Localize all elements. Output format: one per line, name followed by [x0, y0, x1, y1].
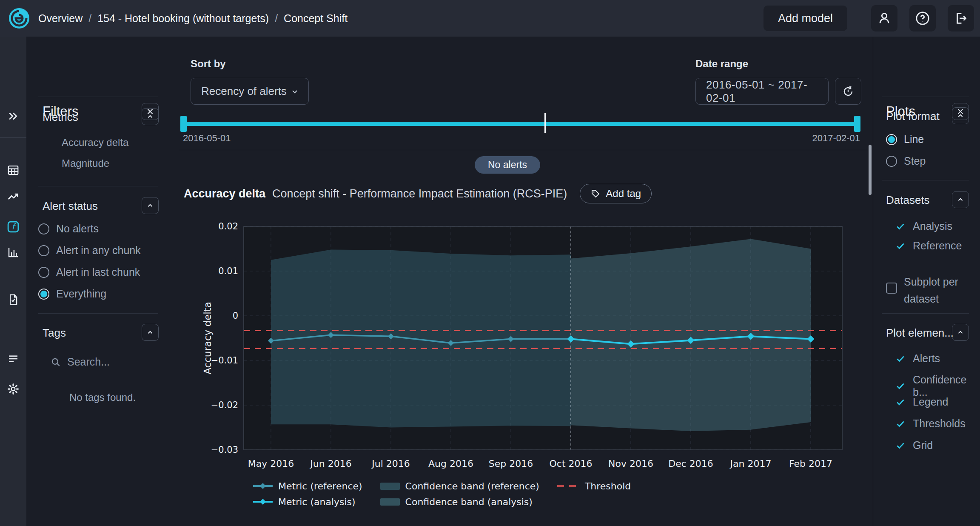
- scrollbar-thumb[interactable]: [869, 145, 872, 195]
- metric-item-magnitude[interactable]: Magnitude: [62, 157, 109, 169]
- dataset-check-analysis[interactable]: Analysis: [895, 220, 952, 232]
- gear-icon: [7, 383, 20, 395]
- nav-logs[interactable]: [5, 350, 22, 367]
- legend-metric-analysis[interactable]: Metric (analysis): [253, 496, 362, 508]
- divider: [38, 97, 158, 97]
- user-icon: [877, 11, 892, 26]
- svg-text:Accuracy delta: Accuracy delta: [202, 302, 213, 374]
- alert-status-section-title: Alert status: [43, 200, 98, 213]
- plot-header: Accuracy delta Concept shift - Performan…: [184, 183, 652, 204]
- radio-option-no-alerts[interactable]: No alerts: [38, 223, 99, 235]
- checkmark-icon: [895, 221, 906, 232]
- nav-settings[interactable]: [5, 380, 22, 397]
- user-profile-button[interactable]: [871, 5, 897, 31]
- legend-threshold[interactable]: Threshold: [557, 480, 631, 492]
- svg-text:Nov 2016: Nov 2016: [608, 458, 653, 469]
- element-check-confidence-band[interactable]: Confidence b...: [895, 374, 980, 398]
- nav-rail: f: [0, 37, 26, 526]
- chevron-up-icon: [956, 328, 965, 337]
- metric-chart-container[interactable]: 0.020.010−0.01−0.02−0.03May 2016Jun 2016…: [182, 209, 863, 469]
- element-check-alerts[interactable]: Alerts: [895, 352, 940, 365]
- sidebar-expand-button[interactable]: [5, 108, 22, 125]
- svg-text:Jan 2017: Jan 2017: [729, 458, 772, 469]
- band-reference-swatch-icon: [380, 483, 400, 490]
- date-slider-left-handle[interactable]: [180, 116, 187, 132]
- tags-search-input[interactable]: [67, 356, 152, 368]
- radio-option-everything-selected[interactable]: Everything: [38, 288, 106, 300]
- trend-up-icon: [7, 191, 20, 203]
- line-analysis-swatch-icon: [253, 497, 273, 506]
- plot-elements-collapse-button[interactable]: [952, 324, 969, 341]
- metric-chart[interactable]: 0.020.010−0.01−0.02−0.03May 2016Jun 2016…: [182, 209, 863, 469]
- svg-text:May 2016: May 2016: [248, 458, 294, 469]
- chevron-up-icon: [145, 201, 155, 210]
- tags-section-title: Tags: [43, 326, 66, 340]
- radio-option-step[interactable]: Step: [886, 155, 926, 167]
- nav-performance[interactable]: [5, 189, 22, 206]
- nav-distribution[interactable]: [5, 244, 22, 261]
- sort-by-select[interactable]: Recency of alerts: [191, 78, 309, 105]
- nannyml-logo-icon[interactable]: [9, 8, 30, 29]
- nav-concept-shift-active[interactable]: f: [5, 218, 22, 235]
- table-icon: [7, 164, 20, 177]
- legend-band-reference[interactable]: Confidence band (reference): [380, 480, 539, 492]
- date-slider-right-handle[interactable]: [854, 116, 860, 132]
- svg-text:0: 0: [233, 311, 238, 321]
- radio-option-alert-last-chunk[interactable]: Alert in last chunk: [38, 266, 140, 278]
- divider: [38, 186, 158, 186]
- radio-option-line-selected[interactable]: Line: [886, 133, 924, 146]
- slider-start-date: 2016-05-01: [183, 133, 231, 144]
- plots-panel: Plots Plot format Line Step: [873, 37, 980, 526]
- divider: [882, 180, 969, 180]
- chevron-up-icon: [145, 328, 155, 337]
- svg-text:Dec 2016: Dec 2016: [668, 458, 713, 469]
- checkmark-icon: [895, 440, 906, 451]
- status-badge: No alerts: [475, 156, 540, 174]
- plot-format-collapse-button[interactable]: [952, 107, 969, 124]
- date-range-input[interactable]: 2016-05-01 ~ 2017-02-01: [695, 78, 829, 105]
- no-tags-message: No tags found.: [26, 392, 179, 403]
- plot-format-section-title: Plot format: [886, 110, 940, 123]
- function-icon: f: [7, 220, 20, 233]
- tags-collapse-button[interactable]: [142, 324, 159, 341]
- element-check-legend[interactable]: Legend: [895, 396, 948, 408]
- plot-elements-section-title: Plot elemen...: [886, 326, 954, 340]
- checkmark-icon: [895, 353, 906, 364]
- double-chevron-right-icon: [7, 110, 20, 123]
- svg-text:0.01: 0.01: [218, 266, 238, 276]
- radio-selected-icon: [38, 289, 49, 300]
- alert-status-collapse-button[interactable]: [142, 197, 159, 214]
- checkmark-icon: [895, 418, 906, 429]
- metric-item-accuracy-delta[interactable]: Accuracy delta: [62, 137, 128, 149]
- breadcrumb-model[interactable]: 154 - Hotel booking (without targets): [97, 12, 269, 25]
- logout-button[interactable]: [948, 5, 974, 31]
- svg-text:−0.02: −0.02: [211, 400, 238, 410]
- logout-icon: [954, 11, 968, 26]
- subplot-per-dataset-checkbox[interactable]: Subplot per dataset: [886, 273, 963, 307]
- plot-metric-title: Accuracy delta: [184, 187, 265, 200]
- datasets-collapse-button[interactable]: [952, 191, 969, 208]
- nav-reports[interactable]: [5, 291, 22, 308]
- legend-metric-reference[interactable]: Metric (reference): [253, 480, 362, 492]
- add-tag-button[interactable]: Add tag: [580, 184, 652, 203]
- date-range-reset-button[interactable]: [835, 78, 861, 105]
- date-range-label: Date range: [695, 58, 748, 70]
- svg-text:Aug 2016: Aug 2016: [428, 458, 473, 469]
- date-slider-track[interactable]: [183, 122, 860, 126]
- add-model-button[interactable]: Add model: [763, 6, 847, 31]
- chart-legend: Metric (reference) Metric (analysis) Con…: [253, 480, 631, 508]
- element-check-grid[interactable]: Grid: [895, 439, 933, 452]
- metrics-collapse-button[interactable]: [142, 108, 159, 125]
- date-slider-boundary-marker: [544, 113, 546, 133]
- legend-band-analysis[interactable]: Confidence band (analysis): [380, 496, 539, 508]
- chevron-down-icon: [290, 86, 300, 97]
- nav-table[interactable]: [5, 162, 22, 179]
- breadcrumb-separator: /: [88, 12, 91, 25]
- breadcrumb-page[interactable]: Concept Shift: [284, 12, 348, 25]
- history-reset-icon: [842, 85, 855, 98]
- element-check-thresholds[interactable]: Thresholds: [895, 417, 966, 430]
- breadcrumb-overview[interactable]: Overview: [38, 12, 83, 25]
- help-button[interactable]: [909, 5, 936, 31]
- radio-option-alert-any-chunk[interactable]: Alert in any chunk: [38, 244, 141, 257]
- dataset-check-reference[interactable]: Reference: [895, 240, 962, 252]
